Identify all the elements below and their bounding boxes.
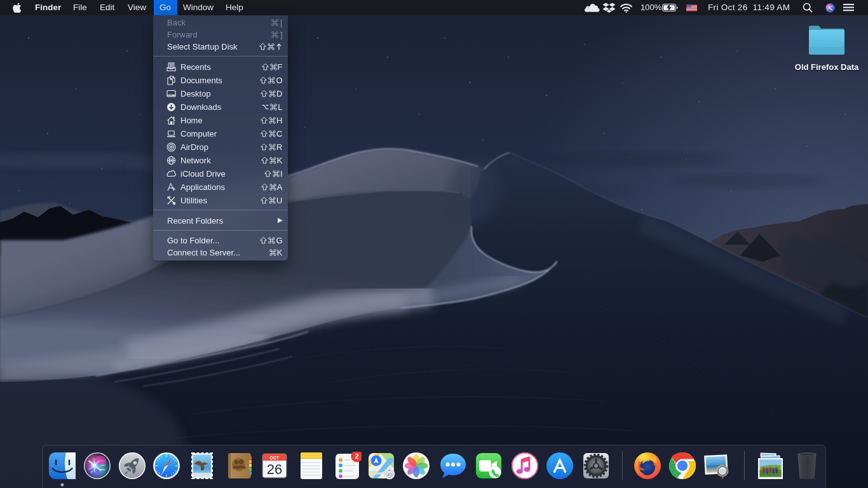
svg-text:3D: 3D bbox=[387, 472, 393, 477]
svg-text:2: 2 bbox=[355, 452, 358, 460]
svg-text:26: 26 bbox=[267, 461, 282, 477]
svg-text:OCT: OCT bbox=[270, 456, 280, 460]
